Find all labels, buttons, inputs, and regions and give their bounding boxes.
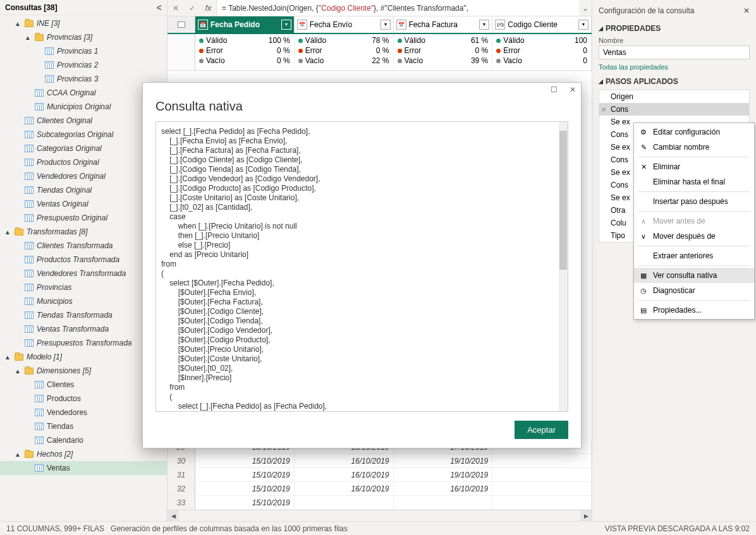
context-menu-item[interactable]: ⚙Editar configuración	[634, 124, 754, 140]
context-menu-item[interactable]: ∨Mover después de	[634, 229, 754, 244]
formula-commit-icon[interactable]: ✓	[184, 4, 200, 13]
close-icon[interactable]: ✕	[743, 6, 750, 15]
row-number[interactable]: 30	[168, 454, 195, 467]
column-dropdown-icon[interactable]: ▾	[479, 20, 489, 30]
folder-icon	[24, 449, 34, 459]
table-icon	[24, 116, 34, 126]
column-header[interactable]: 1²3Codigo Cliente▾	[492, 16, 592, 33]
context-menu-item[interactable]: Eliminar hasta el final	[634, 174, 754, 189]
caret-icon[interactable]: ▲	[24, 34, 32, 41]
formula-dropdown-icon[interactable]: ⌄	[579, 4, 592, 13]
cell[interactable]: 19/10/2019	[394, 468, 493, 481]
query-node[interactable]: Provincias 2	[0, 58, 167, 72]
cell[interactable]: 19/10/2019	[394, 454, 493, 467]
maximize-icon[interactable]: ☐	[548, 85, 559, 94]
menu-item-icon	[638, 177, 649, 187]
table-icon	[24, 171, 34, 181]
applied-step[interactable]: Origen	[599, 90, 749, 103]
date-type-icon[interactable]: 📅	[198, 20, 208, 30]
date-type-icon[interactable]: 📅	[396, 20, 406, 30]
caret-icon[interactable]: ▲	[14, 20, 21, 27]
caret-icon[interactable]: ▲	[14, 368, 21, 375]
context-menu-item[interactable]: ◷Diagnosticar	[634, 283, 754, 298]
row-number[interactable]: 31	[168, 468, 195, 481]
close-icon[interactable]: ✕	[567, 85, 578, 94]
column-dropdown-icon[interactable]: ▾	[578, 20, 588, 30]
column-header[interactable]: 📅Fecha Envío▾	[295, 16, 394, 33]
query-node[interactable]: Provincias 1	[0, 44, 167, 58]
context-menu-item[interactable]: Insertar paso después	[634, 194, 754, 209]
row-number[interactable]: 33	[168, 496, 195, 509]
column-dropdown-icon[interactable]: ▾	[381, 20, 391, 30]
step-label: Otra	[611, 206, 625, 215]
cell[interactable]	[492, 468, 592, 481]
row-number[interactable]: 32	[168, 482, 195, 495]
cell[interactable]: 16/10/2019	[295, 454, 394, 467]
context-menu-item[interactable]: ✎Cambiar nombre	[634, 140, 754, 155]
query-name-input[interactable]	[599, 45, 750, 59]
menu-item-label: Diagnosticar	[653, 286, 695, 295]
table-row[interactable]: 3215/10/201916/10/201916/10/2019	[168, 482, 592, 496]
applied-step[interactable]: ✕Cons	[599, 103, 749, 116]
folder-node[interactable]: ▲Hechos [2]	[0, 447, 167, 461]
table-icon	[44, 60, 54, 70]
native-query-text[interactable]: select [_].[Fecha Pedido] as [Fecha Pedi…	[155, 121, 568, 412]
cell[interactable]: 16/10/2019	[295, 482, 394, 495]
formula-cancel-icon[interactable]: ✕	[168, 4, 184, 13]
table-row[interactable]: 3115/10/201916/10/201919/10/2019	[168, 468, 592, 482]
cell[interactable]: 15/10/2019	[195, 468, 295, 481]
vertical-scrollbar[interactable]	[559, 122, 568, 411]
menu-item-icon: ∧	[638, 216, 649, 226]
table-row[interactable]: 3015/10/201916/10/201919/10/2019	[168, 454, 592, 468]
menu-item-label: Cambiar nombre	[653, 143, 709, 152]
context-menu-item[interactable]: ✕Eliminar	[634, 159, 754, 174]
cell[interactable]	[492, 482, 592, 495]
table-row[interactable]: 3315/10/2019	[168, 496, 592, 510]
formula-input[interactable]: = Table.NestedJoin(Origen, {"Codigo Clie…	[217, 0, 579, 16]
context-menu-item[interactable]: Extraer anteriores	[634, 248, 754, 263]
caret-icon[interactable]: ▲	[4, 354, 11, 361]
properties-section-header[interactable]: ◢PROPIEDADES	[599, 24, 750, 33]
column-header[interactable]: 📅Fecha Factura▾	[394, 16, 493, 33]
collapse-panel-icon[interactable]: <	[157, 3, 162, 13]
cell[interactable]	[295, 496, 394, 509]
table-icon	[24, 296, 34, 306]
column-dropdown-icon[interactable]: ▾	[281, 20, 291, 30]
scroll-left-icon[interactable]: ◀	[168, 510, 179, 522]
column-header[interactable]: 📅Fecha Pedido▾	[195, 16, 295, 33]
cell[interactable]	[394, 496, 493, 509]
cell[interactable]: 16/10/2019	[295, 468, 394, 481]
query-node[interactable]: Ventas	[0, 461, 167, 475]
caret-icon[interactable]: ▲	[14, 451, 21, 458]
all-properties-link[interactable]: Todas las propiedades	[599, 63, 750, 71]
date-type-icon[interactable]: 📅	[297, 20, 307, 30]
delete-step-icon[interactable]: ✕	[601, 106, 606, 113]
caret-icon[interactable]: ▲	[4, 229, 11, 236]
cell[interactable]: 15/10/2019	[195, 496, 295, 509]
column-name: Codigo Cliente	[508, 20, 558, 29]
folder-icon	[24, 366, 34, 376]
cell[interactable]: 16/10/2019	[394, 482, 493, 495]
folder-node[interactable]: ▲INE [3]	[0, 16, 167, 30]
horizontal-scrollbar[interactable]: ◀ ▶	[168, 510, 592, 521]
tree-item-label: Provincias	[37, 283, 71, 292]
cell[interactable]	[492, 454, 592, 467]
cell[interactable]: 15/10/2019	[195, 482, 295, 495]
cell[interactable]: 15/10/2019	[195, 454, 295, 467]
context-menu-item[interactable]: ▦Ver consulta nativa	[634, 268, 754, 283]
applied-steps-header[interactable]: ◢PASOS APLICADOS	[599, 77, 750, 86]
folder-node[interactable]: ▲Provincias [3]	[0, 30, 167, 44]
scroll-right-icon[interactable]: ▶	[580, 510, 592, 522]
table-icon	[34, 463, 44, 473]
fx-icon[interactable]: fx	[200, 0, 217, 16]
number-type-icon[interactable]: 1²3	[495, 20, 505, 30]
accept-button[interactable]: Aceptar	[515, 421, 568, 439]
menu-item-label: Mover antes de	[653, 217, 705, 225]
context-menu-item[interactable]: ▤Propiedades...	[634, 303, 754, 318]
step-label: Cons	[611, 181, 628, 189]
cell[interactable]	[492, 496, 592, 509]
tree-item-label: Tiendas Transformada	[37, 311, 113, 320]
table-icon	[24, 310, 34, 320]
table-icon	[24, 241, 34, 251]
select-all-corner[interactable]	[168, 16, 195, 33]
